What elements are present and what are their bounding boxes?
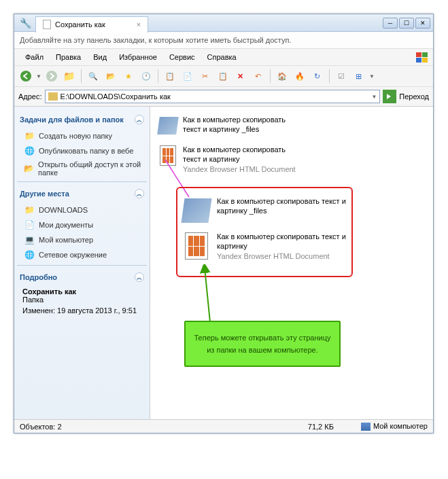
globe-icon: 🌐: [24, 145, 35, 156]
maximize-button[interactable]: ☐: [399, 18, 414, 29]
tasks-panel-header[interactable]: Задачи для файлов и папок ︽: [17, 111, 147, 128]
computer-icon: [361, 423, 371, 431]
share-icon: 📂: [24, 163, 34, 174]
status-objects: Объектов: 2: [20, 423, 62, 431]
search-button[interactable]: 🔍: [86, 69, 101, 84]
address-path: E:\DOWNLOADS\Сохранить как: [61, 92, 171, 101]
task-publish[interactable]: 🌐Опубликовать папку в вебе: [17, 143, 147, 158]
page-icon: [43, 20, 51, 29]
html-file-icon: [183, 232, 210, 260]
dropdown-icon[interactable]: ▼: [36, 73, 41, 79]
folder-icon: [158, 115, 177, 137]
menu-favorites[interactable]: Избранное: [114, 52, 162, 63]
menu-help[interactable]: Справка: [202, 52, 242, 63]
close-icon[interactable]: ×: [137, 20, 141, 29]
menu-tools[interactable]: Сервис: [164, 52, 201, 63]
file-item-html[interactable]: Как в компьютер скопировать текст и карт…: [156, 142, 428, 177]
browser-tab[interactable]: Сохранить как ×: [35, 16, 148, 33]
svg-point-0: [20, 71, 31, 82]
details-type: Папка: [22, 296, 141, 304]
toolbar: ▼ 📁 🔍 📂 ★ 🕐 📋 📄 ✂ 📋 ✕ ↶ 🏠 🔥 ↻ ☑ ⊞ ▼: [14, 65, 433, 87]
go-button[interactable]: [383, 90, 396, 103]
file-list: Как в компьютер скопировать текст и карт…: [150, 107, 433, 419]
go-label[interactable]: Переход: [399, 92, 429, 101]
paste-button[interactable]: 📋: [216, 69, 230, 84]
sidebar: Задачи для файлов и папок ︽ 📁Создать нов…: [14, 107, 150, 419]
titlebar[interactable]: 🔧 Сохранить как × ─ ☐ ✕: [14, 14, 433, 32]
menu-view[interactable]: Вид: [88, 52, 112, 63]
minimize-button[interactable]: ─: [383, 18, 398, 29]
status-size: 71,2 КБ: [308, 423, 334, 431]
forward-button[interactable]: [44, 69, 59, 84]
new-folder-icon: 📁: [24, 130, 35, 141]
tab-title: Сохранить как: [55, 20, 105, 29]
place-network[interactable]: 🌐Сетевое окружение: [17, 247, 147, 262]
folder-icon: [48, 92, 58, 101]
history-button[interactable]: 🕐: [139, 69, 154, 84]
chevron-up-icon: ︽: [135, 115, 144, 124]
back-button[interactable]: [18, 69, 33, 84]
undo-button[interactable]: ↶: [251, 69, 266, 84]
dropdown-icon[interactable]: ▼: [371, 94, 377, 100]
place-downloads[interactable]: 📁DOWNLOADS: [17, 202, 147, 217]
status-location: Мой компьютер: [361, 422, 428, 431]
move-button[interactable]: 📋: [162, 69, 177, 84]
file-type: Yandex Browser HTML Document: [183, 164, 298, 174]
folder-icon: 📁: [24, 205, 35, 215]
details-panel-header[interactable]: Подробно ︽: [17, 268, 147, 286]
menubar: Файл Правка Вид Избранное Сервис Справка: [14, 49, 433, 65]
statusbar: Объектов: 2 71,2 КБ Мой компьютер: [14, 419, 433, 433]
network-icon: 🌐: [24, 249, 35, 260]
properties-button[interactable]: ☑: [334, 69, 349, 84]
details-name: Сохранить как: [22, 287, 141, 296]
map-button[interactable]: 🔥: [292, 69, 307, 84]
cut-button[interactable]: ✂: [198, 69, 213, 84]
folder-icon: [183, 196, 210, 225]
computer-icon: 💻: [24, 234, 35, 245]
favorites-button[interactable]: ★: [121, 69, 136, 84]
copy-button[interactable]: 📄: [180, 69, 195, 84]
file-item-html: Как в компьютер скопировать текст и карт…: [183, 232, 346, 261]
refresh-button[interactable]: ↻: [310, 69, 325, 84]
chevron-up-icon: ︽: [135, 189, 144, 198]
task-share[interactable]: 📂Открыть общий доступ к этой папке: [17, 158, 147, 179]
places-panel-header[interactable]: Другие места ︽: [17, 185, 147, 202]
views-button[interactable]: ⊞: [351, 69, 366, 84]
place-computer[interactable]: 💻Мой компьютер: [17, 232, 147, 247]
folders-button[interactable]: 📂: [103, 69, 118, 84]
file-item-folder[interactable]: Как в компьютер скопировать текст и карт…: [156, 112, 428, 139]
file-name: Как в компьютер скопировать текст и карт…: [183, 145, 298, 164]
address-bar: Адрес: E:\DOWNLOADS\Сохранить как ▼ Пере…: [14, 87, 433, 107]
html-file-icon: [158, 145, 177, 166]
bookmark-hint: Добавляйте на эту панель закладки, к кот…: [20, 36, 291, 44]
address-label: Адрес:: [18, 92, 42, 101]
delete-button[interactable]: ✕: [233, 69, 248, 84]
place-documents[interactable]: 📄Мои документы: [17, 217, 147, 232]
details-modified: Изменен: 19 августа 2013 г., 9:51: [22, 306, 141, 315]
home-button[interactable]: 🏠: [275, 69, 290, 84]
bookmark-bar: Добавляйте на эту панель закладки, к кот…: [14, 32, 433, 49]
explorer-window: 🔧 Сохранить как × ─ ☐ ✕ Добавляйте на эт…: [14, 14, 434, 433]
arrow-right-icon: [385, 92, 394, 101]
file-name: Как в компьютер скопировать текст и карт…: [183, 115, 298, 135]
address-input[interactable]: E:\DOWNLOADS\Сохранить как ▼: [45, 90, 381, 103]
svg-point-1: [46, 71, 57, 82]
menu-edit[interactable]: Правка: [50, 52, 86, 63]
close-button[interactable]: ✕: [415, 18, 430, 29]
up-button[interactable]: 📁: [62, 69, 77, 84]
annotation-callout: Как в компьютер скопировать текст и карт…: [176, 187, 353, 277]
annotation-message: Теперь можете открывать эту страницу из …: [184, 321, 341, 367]
documents-icon: 📄: [24, 219, 35, 230]
wrench-icon: 🔧: [20, 18, 31, 29]
menu-file[interactable]: Файл: [20, 52, 49, 63]
file-item-folder: Как в компьютер скопировать текст и карт…: [183, 196, 346, 225]
chevron-up-icon: ︽: [135, 272, 144, 282]
task-new-folder[interactable]: 📁Создать новую папку: [17, 128, 147, 143]
windows-logo-icon: [415, 52, 428, 63]
dropdown-icon[interactable]: ▼: [369, 73, 375, 79]
